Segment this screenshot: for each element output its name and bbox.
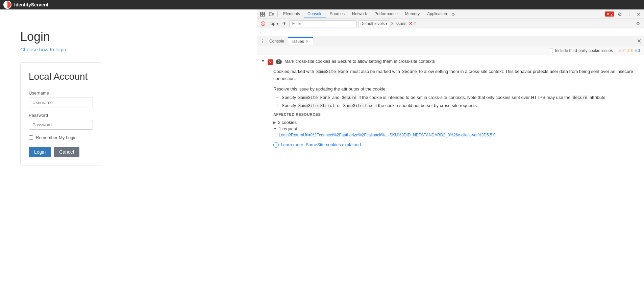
page-title: Login — [20, 30, 237, 44]
error-count: 2 — [611, 12, 613, 16]
issues-label: 2 Issues: — [391, 21, 407, 26]
devtools-panel: Elements Console Sources Network Perform… — [257, 9, 644, 288]
cancel-button[interactable]: Cancel — [54, 147, 79, 157]
remember-label: Remember My Login — [36, 135, 77, 140]
console-prompt-arrow: › — [257, 28, 644, 36]
settings-icon[interactable]: ⚙ — [616, 10, 624, 18]
svg-rect-5 — [272, 13, 273, 15]
resource-cookies-label: 2 cookies — [278, 120, 297, 125]
console-panel-label: Console — [269, 39, 284, 44]
issue-bullet-1: → Specify SameSite=None and Secure if th… — [273, 95, 640, 100]
code-secure-2: Secure — [341, 95, 357, 101]
remember-checkbox[interactable] — [29, 135, 33, 140]
filter-input[interactable] — [289, 20, 357, 27]
panel-tabs: ⋮ Console Issues ✕ ✕ — [257, 36, 644, 46]
badge-error: ✕ 2 — [618, 48, 625, 53]
badge-error-count: 2 — [622, 48, 625, 53]
login-card: Local Account Username Password Remember… — [20, 62, 101, 165]
username-group: Username — [29, 90, 93, 107]
issues-panel-label: Issues — [292, 39, 304, 44]
more-tabs-icon[interactable]: » — [452, 11, 455, 17]
error-badge: ✕ 2 — [605, 11, 614, 17]
issues-panel: Include third-party cookie issues ✕ 2 ⚠ … — [257, 46, 644, 288]
tab-sources[interactable]: Sources — [326, 10, 348, 18]
issue-summary-badges: ✕ 2 ⚠ 0 ℹ 0 — [618, 48, 640, 53]
devtools-toolbar: Elements Console Sources Network Perform… — [257, 9, 644, 19]
levels-chevron-icon: ▾ — [386, 21, 388, 26]
badge-info: ℹ 0 — [635, 48, 640, 53]
devtools-right-icons: ✕ 2 ⚙ ⋮ ✕ — [605, 10, 643, 18]
default-levels-label: Default levels — [361, 21, 385, 26]
svg-rect-1 — [263, 12, 265, 14]
tab-issues-panel[interactable]: Issues ✕ — [288, 37, 313, 45]
issue-body: Cookies marked with SameSite=None must a… — [257, 68, 644, 153]
tab-console-panel[interactable]: Console — [265, 37, 288, 45]
resource-cookies[interactable]: ▶ 2 cookies — [273, 119, 640, 126]
inspect-element-icon[interactable] — [258, 10, 267, 18]
issues-badge: 2 Issues: ✕ 2 — [391, 21, 416, 26]
more-panels-icon[interactable]: ⋮ — [260, 38, 265, 44]
eye-icon[interactable]: 👁 — [281, 21, 288, 27]
tab-console[interactable]: Console — [304, 10, 326, 18]
svg-rect-0 — [261, 12, 262, 14]
context-selector[interactable]: top ▾ — [268, 21, 280, 27]
issue-header[interactable]: ▼ ✕ 2 Mark cross-site cookies as Secure … — [257, 55, 644, 68]
resource-triangle-icon-1: ▶ — [273, 121, 276, 124]
issue-error-icon: ✕ — [268, 59, 273, 65]
svg-rect-4 — [269, 12, 272, 16]
logo-icon — [3, 1, 11, 9]
settings-gear-icon[interactable]: ⚙ — [634, 20, 642, 28]
arrow-icon-1: → — [275, 95, 279, 100]
tab-memory[interactable]: Memory — [402, 10, 423, 18]
badge-warn-count: 0 — [631, 48, 634, 53]
context-chevron-icon: ▾ — [276, 21, 278, 26]
badge-info-icon: ℹ — [635, 48, 637, 53]
page-subtitle: Choose how to login — [20, 47, 237, 52]
button-row: Login Cancel — [29, 147, 93, 157]
web-page: Login Choose how to login Local Account … — [0, 9, 257, 288]
arrow-icon-2: → — [275, 103, 279, 108]
default-levels-button[interactable]: Default levels ▾ — [358, 20, 390, 27]
tab-performance[interactable]: Performance — [371, 10, 401, 18]
info-circle-icon: i — [273, 142, 279, 148]
badge-error-x: ✕ — [618, 48, 622, 53]
password-group: Password — [29, 113, 93, 130]
username-input[interactable] — [29, 98, 93, 107]
remember-row: Remember My Login — [29, 135, 93, 140]
login-button[interactable]: Login — [29, 147, 51, 157]
main-layout: Login Choose how to login Local Account … — [0, 9, 644, 288]
close-issues-tab-icon[interactable]: ✕ — [305, 39, 309, 44]
context-label: top — [270, 21, 275, 26]
close-panel-icon[interactable]: ✕ — [637, 38, 641, 44]
learn-more-link[interactable]: i Learn more: SameSite cookies explained — [273, 142, 640, 148]
resource-request[interactable]: ▼ 1 request — [273, 126, 640, 132]
code-samesite-none-1: SameSite=None — [315, 69, 349, 75]
card-heading: Local Account — [29, 71, 93, 82]
tab-network[interactable]: Network — [349, 10, 370, 18]
password-label: Password — [29, 113, 93, 118]
issue-count: 2 — [276, 59, 282, 64]
app-logo: IdentityServer4 — [3, 1, 48, 9]
issue-title: Mark cross-site cookies as Secure to all… — [284, 59, 640, 64]
issue-group: ▼ ✕ 2 Mark cross-site cookies as Secure … — [257, 55, 644, 153]
clear-console-icon[interactable]: 🚫 — [259, 21, 267, 27]
tab-elements[interactable]: Elements — [280, 10, 303, 18]
resource-link[interactable]: Login?ReturnUrl=%2Fconnect%2Fauthorize%2… — [273, 132, 640, 138]
third-party-label: Include third-party cookie issues — [555, 48, 613, 53]
third-party-check: Include third-party cookie issues — [549, 48, 613, 53]
code-samesite-lax: SameSite=Lax — [342, 103, 373, 109]
password-input[interactable] — [29, 120, 93, 130]
resource-request-label: 1 request — [279, 126, 297, 131]
toolbar2-right: ⚙ — [634, 20, 642, 28]
tab-application[interactable]: Application — [424, 10, 450, 18]
issue-resolve-text: Resolve this issue by updating the attri… — [273, 86, 640, 91]
svg-rect-3 — [263, 15, 265, 16]
third-party-checkbox[interactable] — [549, 49, 553, 53]
learn-more-label: Learn more: SameSite cookies explained — [281, 142, 361, 147]
code-secure-3: Secure — [572, 95, 588, 101]
device-mode-icon[interactable] — [267, 10, 275, 18]
close-devtools-icon[interactable]: ✕ — [635, 10, 643, 18]
badge-info-count: 0 — [638, 48, 640, 53]
devtools-content: ⋮ Console Issues ✕ ✕ Include third-party… — [257, 36, 644, 288]
more-options-icon[interactable]: ⋮ — [625, 10, 633, 18]
